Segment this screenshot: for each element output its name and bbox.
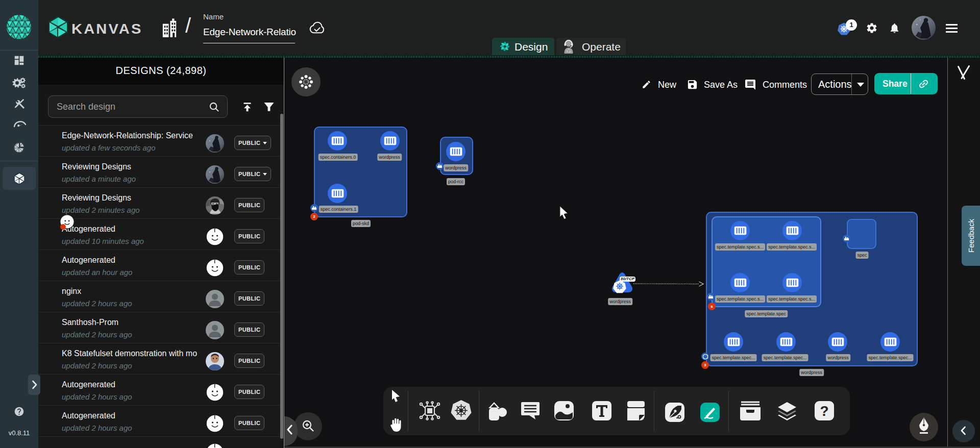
svg-text:?: ? <box>820 403 828 419</box>
